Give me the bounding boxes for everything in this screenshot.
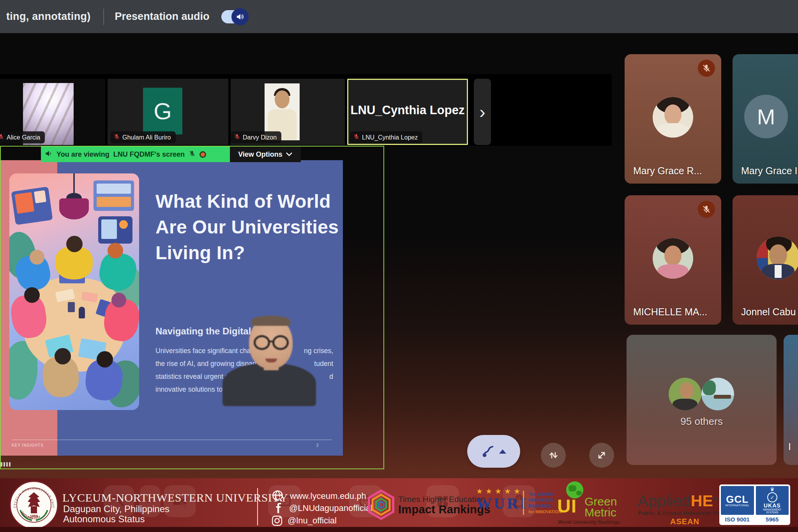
banner-divider <box>257 488 258 525</box>
chevron-down-icon <box>286 152 293 157</box>
presentation-audio-label: Presentation audio <box>115 11 210 23</box>
slide-footer-line <box>12 440 332 440</box>
participant-name: Jonnel Cabu <box>741 306 796 318</box>
shared-slide: What Kind of World Are Our Universities … <box>1 160 343 456</box>
greenmetric-subtitle: World University Rankings <box>558 520 620 525</box>
name-label-alice: Alice Garcia <box>0 131 45 143</box>
speaker-icon <box>231 8 249 25</box>
meet-topbar: ting, annotating) Presentation audio <box>0 0 798 33</box>
participant-tile-mary-grace-m[interactable]: M Mary Grace I <box>733 54 798 184</box>
avatar <box>653 238 693 279</box>
participant-tile-partial[interactable]: I <box>784 335 798 465</box>
appliedhe-logo: AppliedHETM <box>637 492 720 510</box>
participant-name: I <box>788 441 791 452</box>
topbar-divider <box>103 9 104 25</box>
meet-window: ting, annotating) Presentation audio G L… <box>0 0 798 532</box>
greenmetric-ui: UI <box>557 495 577 517</box>
avatar <box>669 378 701 410</box>
cynthia-center-name: LNU_Cynthia Lopez <box>348 103 467 117</box>
facebook-icon <box>273 502 284 514</box>
avatar <box>757 237 798 279</box>
illegible-watermark <box>1 462 11 467</box>
presenter-muted-icon <box>189 150 196 159</box>
recording-indicator-icon <box>200 151 206 158</box>
university-name: LYCEUM-NORTHWESTERN UNIVERSITY <box>62 491 288 504</box>
slide-title: What Kind of World Are Our Universities … <box>155 189 343 266</box>
university-branding-banner: LYCEUM-NORTHWESTERN UNIVERSITY 1969 DAGU… <box>0 478 798 527</box>
mic-muted-icon <box>234 133 240 141</box>
view-options-button[interactable]: View Options <box>230 147 301 162</box>
university-seal: LYCEUM-NORTHWESTERN UNIVERSITY 1969 DAGU… <box>9 481 58 530</box>
wuri-divider <box>523 491 524 515</box>
university-location: Dagupan City, Philippines <box>63 504 169 514</box>
presenter-webcam-cutout <box>220 316 318 405</box>
banner-bottom-strip <box>0 527 798 532</box>
participant-tile-95-others[interactable]: 95 others <box>627 335 777 465</box>
mic-muted-icon <box>0 133 4 141</box>
ghulam-initial-avatar: G <box>143 88 182 134</box>
zoom-viewing-banner: You are viewing LNU FQDMF's screen <box>41 147 230 162</box>
caret-up-icon <box>499 449 506 454</box>
expand-fullscreen-button[interactable] <box>589 443 614 468</box>
ukas-badge: ♛ ✓ UKAS MANAGEMENTSYSTEMS 5965 <box>756 486 789 523</box>
expand-icon <box>596 449 607 461</box>
gcl-badge: GCL INTERNATIONAL ISO 9001 <box>721 486 754 523</box>
university-status: Autonomous Status <box>63 514 145 525</box>
the-impact-rankings-logo <box>365 489 397 521</box>
participant-tile-michelle[interactable]: MICHELLE MA... <box>625 195 721 325</box>
participant-name: Mary Grace I <box>741 165 797 177</box>
slide-page-number: 2 <box>316 443 319 447</box>
participant-name: 95 others <box>627 415 777 428</box>
initial-avatar: M <box>744 95 788 138</box>
presentation-audio-toggle[interactable] <box>221 10 247 23</box>
greenmetric-metric: Metric <box>584 507 616 518</box>
certification-badge: GCL INTERNATIONAL ISO 9001 ♛ ✓ UKAS MANA… <box>719 484 790 525</box>
wuri-wordmark: WURI <box>476 496 528 511</box>
audio-icon <box>45 150 53 159</box>
name-label-cynthia: LNU_Cynthia Lopez <box>350 131 422 143</box>
name-label-ghulam: Ghulam Ali Buriro <box>110 131 176 143</box>
participant-name: Mary Grace R... <box>633 165 702 177</box>
wuri-tagline: The WORLD UNIVERSITY RANKINGS for INNOVA… <box>528 491 561 515</box>
mic-muted-icon <box>353 133 360 141</box>
scroll-updown-button[interactable] <box>541 443 566 468</box>
participant-name: MICHELLE MA... <box>633 306 707 318</box>
instagram-icon <box>271 515 283 527</box>
participant-tile-mary-grace-r[interactable]: Mary Grace R... <box>625 54 721 184</box>
arrows-updown-icon <box>547 449 559 461</box>
the-rankings-line1: Times Higher Education <box>398 495 485 504</box>
mic-muted-badge <box>698 201 715 218</box>
share-status-text: ting, annotating) <box>6 11 91 23</box>
wuri-logo: ★★★★★ WURI <box>476 487 528 511</box>
website-link: www.lyceum.edu.ph <box>271 489 366 503</box>
slide-illustration <box>9 173 139 410</box>
name-label-darvy: Darvy Dizon <box>231 131 281 143</box>
instagram-link: @lnu_official <box>271 515 337 527</box>
gesture-icon <box>481 445 494 458</box>
filmstrip-next-button[interactable]: › <box>474 79 491 145</box>
greenmetric-green: Green <box>584 496 617 507</box>
avatar <box>653 97 693 138</box>
facebook-link: @LNUdagupanofficial <box>273 502 373 514</box>
viewing-banner-text: You are viewing LNU FQDMF's screen <box>56 150 185 159</box>
slide-footer-label: KEY INSIGHTS <box>12 443 44 447</box>
mic-muted-icon <box>113 133 120 141</box>
participant-tile-jonnel[interactable]: Jonnel Cabu <box>733 195 798 325</box>
pointer-gesture-control-button[interactable] <box>467 435 520 468</box>
globe-icon <box>271 489 285 503</box>
mic-muted-badge <box>698 60 715 77</box>
zoom-filmstrip: G LNU_Cynthia Lopez › Alice Garcia Ghula… <box>0 74 612 146</box>
avatar <box>701 378 734 410</box>
appliedhe-region: ASEAN <box>670 517 699 526</box>
